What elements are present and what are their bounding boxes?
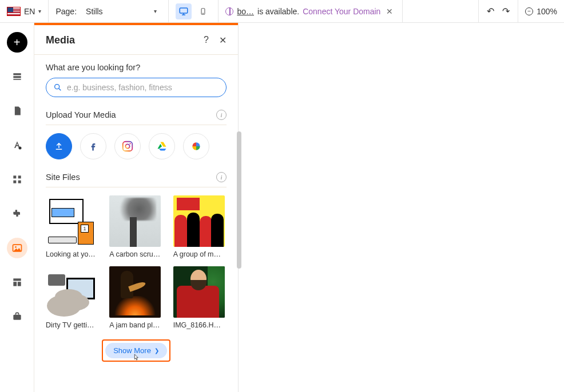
puzzle-icon xyxy=(11,208,23,219)
chevron-down-icon: ▾ xyxy=(38,8,41,14)
svg-rect-9 xyxy=(13,181,16,183)
search-field[interactable] xyxy=(46,78,227,97)
language-selector[interactable]: EN ▾ xyxy=(0,0,49,22)
file-caption: A carbon scru… xyxy=(109,250,161,258)
upload-from-google-photos-button[interactable] xyxy=(183,133,209,159)
facebook-icon xyxy=(88,141,99,152)
panel-header: Media ? ✕ xyxy=(34,23,238,55)
search-input[interactable] xyxy=(67,83,219,92)
sections-button[interactable] xyxy=(7,66,27,87)
upload-from-google-drive-button[interactable] xyxy=(149,133,175,159)
file-thumbnail[interactable] xyxy=(173,195,225,247)
site-files-title: Site Files xyxy=(46,173,80,182)
design-button[interactable] xyxy=(7,135,27,155)
google-photos-icon xyxy=(190,141,202,152)
file-tile: A group of m… xyxy=(173,195,227,258)
device-preview-group xyxy=(169,0,219,22)
help-button[interactable]: ? xyxy=(204,35,209,46)
search-icon xyxy=(53,83,62,92)
panel-accent-bar xyxy=(34,23,238,25)
file-tile: Looking at yo… xyxy=(46,195,99,258)
editor-canvas[interactable] xyxy=(238,23,564,392)
zoom-control[interactable]: − 100% xyxy=(518,0,564,22)
zoom-out-icon: − xyxy=(525,7,533,15)
undo-button[interactable]: ↶ xyxy=(487,6,494,17)
upload-from-device-button[interactable] xyxy=(46,133,72,159)
layout-button[interactable] xyxy=(7,272,27,293)
upload-from-facebook-button[interactable] xyxy=(80,133,106,159)
globe-icon xyxy=(225,7,233,15)
upload-from-instagram-button[interactable] xyxy=(114,133,141,159)
file-thumbnail[interactable] xyxy=(173,266,225,318)
page-label: Page: xyxy=(55,7,77,16)
connect-domain-link[interactable]: Connect Your Domain xyxy=(303,7,380,16)
page-dropdown[interactable]: Stills ▾ xyxy=(81,5,161,18)
file-tile: IMG_8166.HEIC xyxy=(173,266,227,329)
mobile-preview-button[interactable] xyxy=(195,3,211,19)
svg-rect-4 xyxy=(13,76,21,78)
flag-us-icon xyxy=(7,7,21,16)
add-element-button[interactable]: + xyxy=(7,32,27,53)
file-thumbnail[interactable] xyxy=(46,195,97,247)
close-panel-button[interactable]: ✕ xyxy=(219,35,227,46)
main-area: + Media ? xyxy=(0,23,564,392)
file-thumbnail[interactable] xyxy=(109,266,161,318)
svg-point-19 xyxy=(125,144,129,148)
zoom-value: 100% xyxy=(537,7,557,16)
close-icon[interactable]: ✕ xyxy=(384,7,395,16)
page-selector-group: Page: Stills ▾ xyxy=(49,0,169,22)
toolbar-spacer xyxy=(403,0,478,22)
media-button[interactable] xyxy=(7,238,27,258)
media-panel: Media ? ✕ What are you looking for? Uplo… xyxy=(34,23,238,392)
undo-redo-group: ↶ ↷ xyxy=(478,0,518,22)
panel-title: Media xyxy=(46,34,75,46)
svg-rect-8 xyxy=(18,175,21,178)
mobile-icon xyxy=(199,6,207,17)
svg-rect-13 xyxy=(13,278,21,281)
page-dropdown-value: Stills xyxy=(86,7,103,16)
svg-point-2 xyxy=(203,13,204,14)
domain-status-text: is available. xyxy=(257,7,299,16)
domain-name[interactable]: bo… xyxy=(237,7,254,16)
file-thumbnail[interactable] xyxy=(109,195,161,247)
svg-rect-14 xyxy=(13,282,17,286)
svg-rect-0 xyxy=(180,8,188,13)
layout-icon xyxy=(11,277,23,288)
sections-icon xyxy=(11,71,23,82)
apps-button[interactable] xyxy=(7,169,27,190)
info-icon[interactable]: i xyxy=(216,172,227,182)
desktop-preview-button[interactable] xyxy=(176,3,192,19)
file-thumbnail[interactable] xyxy=(46,266,97,318)
file-caption: Dirty TV getti… xyxy=(46,321,97,329)
site-files-section-header: Site Files i xyxy=(46,172,227,187)
panel-scrollbar[interactable] xyxy=(237,131,241,269)
svg-point-12 xyxy=(15,246,17,248)
svg-rect-7 xyxy=(13,175,16,178)
widgets-button[interactable] xyxy=(7,203,27,224)
chevron-right-icon: ❯ xyxy=(154,347,159,354)
file-caption: A jam band pl… xyxy=(109,321,161,329)
instagram-icon xyxy=(121,140,134,153)
search-label: What are you looking for? xyxy=(46,63,227,72)
show-more-button[interactable]: Show More ❯ xyxy=(105,343,167,358)
desktop-icon xyxy=(178,6,189,17)
svg-rect-10 xyxy=(18,181,21,183)
upload-section-header: Upload Your Media i xyxy=(46,110,227,125)
redo-button[interactable]: ↷ xyxy=(502,6,510,17)
grid-icon xyxy=(11,174,23,185)
site-files-grid: Looking at yo… A carbon scru… A group of… xyxy=(46,195,227,329)
svg-point-20 xyxy=(129,143,130,144)
info-icon[interactable]: i xyxy=(216,110,227,120)
file-tile: Dirty TV getti… xyxy=(46,266,99,329)
top-toolbar: EN ▾ Page: Stills ▾ bo… is available. Co… xyxy=(0,0,564,23)
file-tile: A jam band pl… xyxy=(109,266,162,329)
highlight-frame: Show More ❯ xyxy=(102,339,170,362)
language-code: EN xyxy=(24,7,35,16)
pages-button[interactable] xyxy=(7,101,27,121)
svg-point-6 xyxy=(18,147,21,150)
font-color-icon xyxy=(11,139,23,151)
domain-banner: bo… is available. Connect Your Domain ✕ xyxy=(219,0,403,22)
business-button[interactable] xyxy=(7,306,27,327)
svg-rect-3 xyxy=(13,73,21,75)
file-caption: Looking at yo… xyxy=(46,250,97,258)
